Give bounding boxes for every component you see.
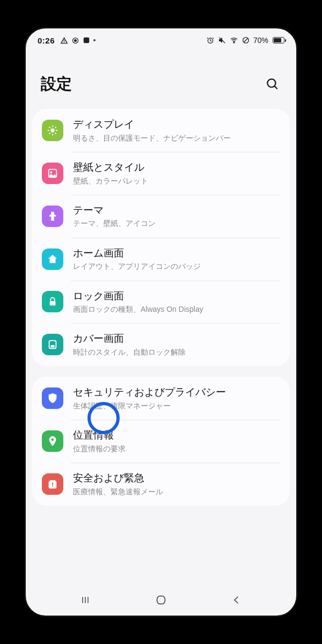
- no-sim-icon: [241, 36, 250, 45]
- svg-line-15: [49, 127, 50, 128]
- status-time: 0:26: [38, 36, 55, 45]
- settings-row-display[interactable]: ディスプレイ 明るさ、目の保護モード、ナビゲーションバー: [32, 109, 290, 152]
- row-subtitle: テーマ、壁紙、アイコン: [73, 218, 280, 228]
- svg-rect-30: [157, 596, 165, 604]
- settings-row-cover[interactable]: カバー画面 時計のスタイル、自動ロック解除: [32, 323, 290, 366]
- svg-line-7: [244, 38, 248, 42]
- target-icon: [71, 36, 79, 45]
- settings-group-security: セキュリティおよびプライバシー 生体認証、権限マネージャー 位置情報 位置情報の…: [32, 377, 290, 506]
- row-subtitle: 生体認証、権限マネージャー: [73, 401, 280, 411]
- security-icon: [42, 387, 63, 409]
- alarm-icon: [206, 36, 215, 45]
- navigation-bar: [26, 587, 296, 616]
- row-title: カバー画面: [73, 332, 280, 346]
- svg-point-24: [52, 438, 54, 441]
- warning-icon: [60, 36, 68, 45]
- settings-group-display: ディスプレイ 明るさ、目の保護モード、ナビゲーションバー 壁紙とスタイル 壁紙、…: [32, 109, 290, 366]
- recents-button[interactable]: [75, 590, 96, 612]
- lock-icon: [42, 291, 63, 312]
- recents-icon: [79, 595, 92, 608]
- row-title: ロック画面: [73, 290, 280, 303]
- settings-scroll[interactable]: ディスプレイ 明るさ、目の保護モード、ナビゲーションバー 壁紙とスタイル 壁紙、…: [26, 109, 296, 587]
- wifi-icon: [230, 36, 238, 45]
- settings-row-home[interactable]: ホーム画面 レイアウト、アプリアイコンのバッジ: [32, 238, 290, 281]
- battery-percent: 70%: [253, 36, 268, 45]
- svg-rect-26: [52, 486, 53, 487]
- row-title: ホーム画面: [73, 247, 280, 260]
- settings-row-theme[interactable]: テーマ テーマ、壁紙、アイコン: [32, 195, 290, 238]
- row-title: 壁紙とスタイル: [73, 161, 280, 174]
- home-icon: [42, 248, 63, 270]
- location-icon: [42, 430, 63, 452]
- svg-line-9: [274, 86, 277, 89]
- row-title: テーマ: [73, 204, 280, 217]
- back-button[interactable]: [226, 590, 247, 612]
- row-title: ディスプレイ: [73, 118, 280, 131]
- page-header: 設定: [26, 52, 296, 109]
- search-button[interactable]: [263, 75, 281, 93]
- settings-row-security[interactable]: セキュリティおよびプライバシー 生体認証、権限マネージャー: [32, 377, 290, 420]
- svg-rect-23: [50, 345, 54, 348]
- app-badge-icon: [83, 36, 90, 44]
- theme-icon: [42, 206, 63, 227]
- phone-frame: 0:26 70%: [24, 27, 298, 617]
- safety-icon: [42, 473, 63, 495]
- svg-point-20: [50, 171, 52, 173]
- home-nav-icon: [155, 594, 167, 608]
- row-title: セキュリティおよびプライバシー: [73, 386, 280, 399]
- home-button[interactable]: [150, 590, 172, 612]
- svg-point-1: [75, 39, 77, 41]
- status-bar: 0:26 70%: [26, 28, 296, 52]
- row-subtitle: 壁紙、カラーパレット: [73, 176, 280, 186]
- svg-rect-25: [52, 482, 53, 485]
- settings-row-lock[interactable]: ロック画面 画面ロックの種類、Always On Display: [32, 281, 290, 324]
- svg-line-17: [49, 133, 50, 134]
- page-title: 設定: [41, 74, 72, 95]
- svg-rect-21: [50, 302, 56, 306]
- battery-icon: [273, 37, 284, 43]
- svg-point-10: [50, 128, 54, 132]
- row-subtitle: レイアウト、アプリアイコンのバッジ: [73, 261, 280, 271]
- svg-line-16: [55, 133, 56, 134]
- settings-row-wallpaper[interactable]: 壁紙とスタイル 壁紙、カラーパレット: [32, 152, 290, 195]
- row-subtitle: 明るさ、目の保護モード、ナビゲーションバー: [73, 133, 280, 143]
- back-icon: [231, 595, 242, 608]
- mute-icon: [218, 36, 226, 45]
- display-icon: [42, 120, 63, 141]
- svg-rect-2: [84, 38, 90, 43]
- row-subtitle: 医療情報、緊急速報メール: [73, 487, 280, 496]
- row-subtitle: 位置情報の要求: [73, 444, 280, 453]
- row-subtitle: 画面ロックの種類、Always On Display: [73, 304, 280, 314]
- settings-row-safety[interactable]: 安全および緊急 医療情報、緊急速報メール: [32, 463, 290, 506]
- svg-point-5: [233, 42, 235, 43]
- wallpaper-icon: [42, 163, 63, 184]
- row-title: 位置情報: [73, 429, 280, 442]
- svg-point-8: [267, 79, 275, 87]
- svg-line-18: [55, 127, 56, 128]
- cover-screen-icon: [42, 334, 63, 355]
- more-notifications-dot: [93, 39, 96, 41]
- search-icon: [265, 77, 279, 92]
- row-title: 安全および緊急: [73, 472, 280, 485]
- row-subtitle: 時計のスタイル、自動ロック解除: [73, 347, 280, 357]
- settings-row-location[interactable]: 位置情報 位置情報の要求: [32, 420, 290, 463]
